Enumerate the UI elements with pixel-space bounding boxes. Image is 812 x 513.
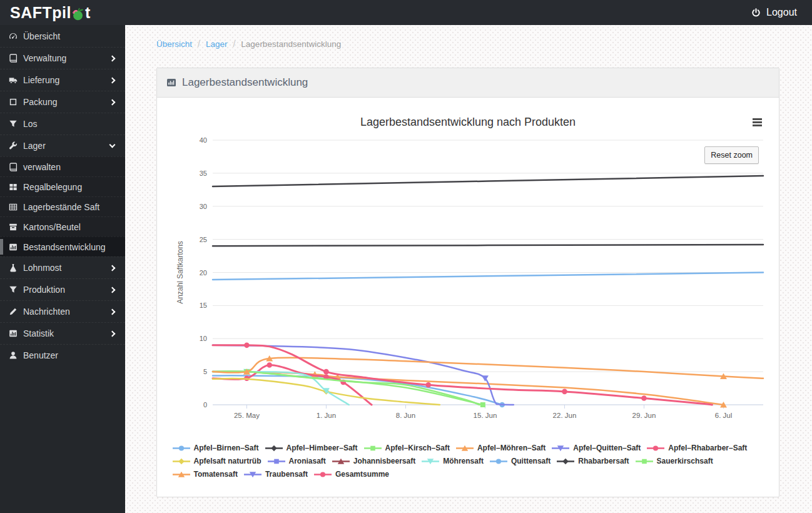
breadcrumb-item-0[interactable]: Übersicht <box>156 39 192 49</box>
bar-chart-icon <box>9 243 18 251</box>
breadcrumb: Übersicht/Lager/Lagerbestandsentwicklung <box>156 39 779 49</box>
sidebar-item-statistik[interactable]: Statistik <box>0 322 125 344</box>
legend-item-Sauerkirschsaft[interactable]: Sauerkirschsaft <box>636 457 713 465</box>
filter-icon <box>9 119 18 128</box>
legend-marker-triangle-down <box>552 444 569 452</box>
data-point-marker <box>496 459 501 464</box>
chevron-right-icon <box>109 287 116 293</box>
inventory-line-chart[interactable]: 051015202530354025. May1. Jun8. Jun15. J… <box>166 107 769 439</box>
legend-item-Apfel–Birnen–Saft[interactable]: Apfel–Birnen–Saft <box>173 444 259 452</box>
sidebar-item-los[interactable]: Los <box>0 113 125 135</box>
logout-button[interactable]: Logout <box>751 7 812 18</box>
data-point-marker <box>274 459 279 464</box>
y-tick-label: 15 <box>200 302 207 309</box>
legend-item-Gesamtsumme[interactable]: Gesamtsumme <box>314 470 389 479</box>
panel-body: 051015202530354025. May1. Jun8. Jun15. J… <box>157 98 779 497</box>
sidebar-item-benutzer[interactable]: Benutzer <box>0 344 125 366</box>
data-point-marker <box>642 459 647 464</box>
sidebar-item-nachrichten[interactable]: Nachrichten <box>0 300 125 322</box>
x-tick-label: 8. Jun <box>396 412 415 419</box>
legend-marker-circle <box>490 457 507 465</box>
legend-item-Apfel–Kirsch–Saft[interactable]: Apfel–Kirsch–Saft <box>364 444 450 452</box>
series-Apfel–Himbeer–Saft <box>213 176 763 186</box>
legend-item-Johannisbeersaft[interactable]: Johannisbeersaft <box>332 457 415 465</box>
sidebar-item-lieferung[interactable]: Lieferung <box>0 69 125 91</box>
legend-label: Sauerkirschsaft <box>657 457 713 465</box>
series-Rhabarbersaft <box>213 245 763 246</box>
bar-chart-icon <box>166 78 176 88</box>
chevron-right-icon <box>109 99 116 105</box>
legend-item-Apfel–Rhabarber–Saft[interactable]: Apfel–Rhabarber–Saft <box>647 444 747 452</box>
data-point-marker <box>178 445 183 450</box>
sidebar-item-packung[interactable]: Packung <box>0 91 125 113</box>
sidebar-item-bestandsentwicklung[interactable]: Bestandsentwicklung <box>0 236 125 256</box>
sidebar-item-lohnmost[interactable]: Lohnmost <box>0 256 125 278</box>
archive-icon <box>9 223 18 231</box>
legend-marker-circle <box>647 444 664 452</box>
sidebar-item-verwaltung[interactable]: Verwaltung <box>0 47 125 69</box>
breadcrumb-separator: / <box>233 39 235 49</box>
legend-item-Apfel–Möhren–Saft[interactable]: Apfel–Möhren–Saft <box>456 444 546 452</box>
legend-item-Möhrensaft[interactable]: Möhrensaft <box>422 457 484 465</box>
chevron-down-icon <box>109 141 116 148</box>
chevron-right-icon <box>109 330 116 337</box>
legend-marker-triangle <box>173 470 190 479</box>
legend-label: Aroniasaft <box>289 457 326 465</box>
sidebar-item-label: Lagerbestände Saft <box>23 202 99 212</box>
sidebar-item-lagerbestaende-saft[interactable]: Lagerbestände Saft <box>0 196 125 216</box>
legend-marker-triangle-down <box>422 457 439 465</box>
chart-menu-icon[interactable] <box>751 116 763 129</box>
y-tick-label: 0 <box>203 401 207 409</box>
legend-item-Apfel–Quitten–Saft[interactable]: Apfel–Quitten–Saft <box>552 444 641 452</box>
breadcrumb-item-1[interactable]: Lager <box>206 39 228 49</box>
sidebar-item-kartons-beutel[interactable]: Kartons/Beutel <box>0 216 125 236</box>
legend-marker-triangle-down <box>244 470 261 479</box>
sidebar-nav: ÜbersichtVerwaltungLieferungPackungLosLa… <box>0 25 125 513</box>
legend-item-Apfel–Himbeer–Saft[interactable]: Apfel–Himbeer–Saft <box>265 444 358 452</box>
y-tick-label: 25 <box>200 236 207 243</box>
user-icon <box>9 351 18 360</box>
sidebar-item-uebersicht[interactable]: Übersicht <box>0 25 125 47</box>
sidebar-item-lager[interactable]: Lager <box>0 135 125 156</box>
legend-label: Apfel–Möhren–Saft <box>477 444 546 452</box>
legend-marker-diamond <box>265 444 283 452</box>
book-icon <box>9 54 18 63</box>
sidebar-item-produktion[interactable]: Produktion <box>0 278 125 300</box>
reset-zoom-button[interactable]: Reset zoom <box>704 146 759 164</box>
flask-icon <box>9 263 18 272</box>
legend-label: Johannisbeersaft <box>353 457 415 465</box>
legend-item-Quittensaft[interactable]: Quittensaft <box>490 457 551 465</box>
chevron-right-icon <box>109 77 116 83</box>
sidebar-item-label: Kartons/Beutel <box>23 222 81 232</box>
gauge-icon <box>9 32 18 41</box>
legend-item-Aroniasaft[interactable]: Aroniasaft <box>268 457 326 465</box>
y-tick-label: 35 <box>200 170 207 177</box>
sidebar-item-label: Lohnmost <box>23 263 61 273</box>
x-tick-label: 6. Jul <box>715 412 733 419</box>
y-axis-title: Anzahl Saftkartons <box>176 241 185 304</box>
legend-marker-square <box>636 457 653 465</box>
chart-container: 051015202530354025. May1. Jun8. Jun15. J… <box>166 107 769 483</box>
legend-item-Tomatensaft[interactable]: Tomatensaft <box>173 470 238 479</box>
breadcrumb-separator: / <box>198 39 200 49</box>
legend-item-Rhabarbersaft[interactable]: Rhabarbersaft <box>557 457 629 465</box>
panel-header: Lagerbestandsentwicklung <box>157 68 779 98</box>
legend-label: Apfel–Himbeer–Saft <box>287 444 358 452</box>
legend-label: Apfel–Kirsch–Saft <box>385 444 450 452</box>
app-logo[interactable]: SAFTpil t <box>0 4 125 22</box>
sidebar-item-verwalten[interactable]: verwalten <box>0 156 125 176</box>
sidebar-item-label: Verwaltung <box>23 53 66 63</box>
legend-item-Traubensaft[interactable]: Traubensaft <box>244 470 308 479</box>
legend-item-Apfelsaft naturtrüb[interactable]: Apfelsaft naturtrüb <box>173 457 261 465</box>
top-bar: SAFTpil t Logout <box>0 0 812 25</box>
legend-label: Apfel–Birnen–Saft <box>194 444 259 452</box>
legend-label: Apfelsaft naturtrüb <box>194 457 261 465</box>
bar-chart-icon <box>9 329 18 338</box>
sidebar-item-regalbelegung[interactable]: Regalbelegung <box>0 176 125 196</box>
sidebar-item-label: Nachrichten <box>23 307 70 317</box>
chart-title: Lagerbestandsentwicklung nach Produkten <box>360 116 576 128</box>
sidebar-item-label: Packung <box>23 97 57 107</box>
legend-marker-circle <box>314 470 332 479</box>
legend-marker-square <box>364 444 382 452</box>
legend-label: Apfel–Quitten–Saft <box>573 444 641 452</box>
